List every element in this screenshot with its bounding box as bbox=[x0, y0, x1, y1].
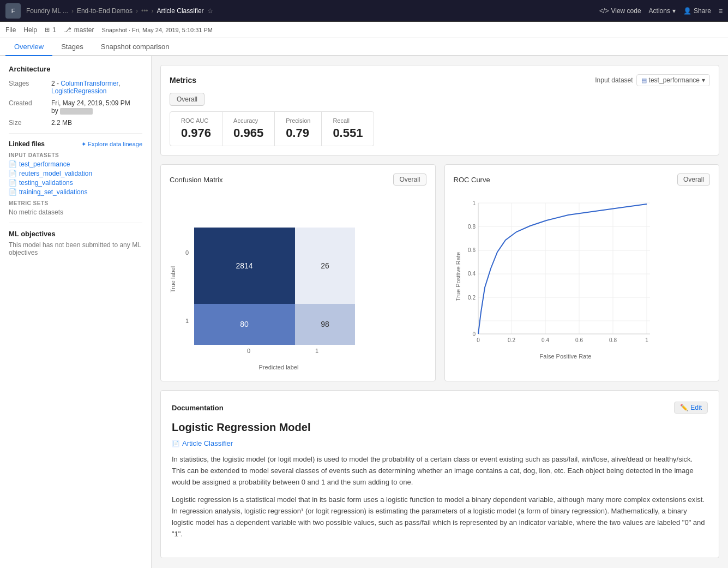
sidebar: Architecture Stages 2 - ColumnTransforme… bbox=[0, 56, 152, 568]
dataset-test-performance[interactable]: 📄 test_performance bbox=[9, 160, 142, 168]
svg-text:80: 80 bbox=[240, 320, 249, 328]
code-icon: </> bbox=[599, 7, 609, 15]
confusion-matrix-overall: Overall bbox=[393, 174, 426, 186]
confusion-matrix-card: Confusion Matrix Overall True label Pred… bbox=[160, 164, 436, 381]
star-icon[interactable]: ☆ bbox=[207, 7, 213, 15]
lineage-icon: ✦ bbox=[81, 141, 86, 148]
doc-article-link[interactable]: 📄 Article Classifier bbox=[172, 439, 708, 447]
architecture-title: Architecture bbox=[9, 65, 142, 73]
svg-text:0: 0 bbox=[247, 348, 250, 354]
hamburger-icon: ≡ bbox=[719, 7, 723, 15]
confusion-matrix-title: Confusion Matrix bbox=[170, 176, 223, 184]
documentation-card: Documentation ✏️ Edit Logistic Regressio… bbox=[160, 390, 719, 558]
size-row: Size 2.2 MB bbox=[9, 119, 142, 127]
main-layout: Architecture Stages 2 - ColumnTransforme… bbox=[0, 56, 728, 568]
svg-text:0: 0 bbox=[477, 337, 480, 343]
input-dataset-selector: Input dataset ▤ test_performance ▾ bbox=[595, 74, 710, 86]
created-label: Created bbox=[9, 99, 47, 115]
dataset-reuters-validation[interactable]: 📄 reuters_model_validation bbox=[9, 170, 142, 177]
svg-text:0.4: 0.4 bbox=[542, 337, 549, 343]
svg-text:1: 1 bbox=[315, 348, 318, 354]
file-bar: File Help ⊞ 1 ⎇ master Snapshot · Fri, M… bbox=[0, 22, 728, 38]
confusion-matrix-svg: True label Predicted label 0 1 0 1 2814 bbox=[170, 192, 371, 372]
breadcrumb-current: Article Classifier bbox=[157, 7, 204, 15]
dataset-icon-1: 📄 bbox=[9, 160, 16, 168]
edit-icon: ✏️ bbox=[680, 404, 688, 411]
linked-files-header: Linked files ✦ Explore data lineage bbox=[9, 140, 142, 148]
tab-stages[interactable]: Stages bbox=[52, 38, 92, 56]
svg-text:0.8: 0.8 bbox=[609, 337, 617, 343]
tab-overview[interactable]: Overview bbox=[5, 38, 52, 56]
roc-curve-line bbox=[478, 204, 647, 334]
dataset-training-validations[interactable]: 📄 training_set_validations bbox=[9, 188, 142, 196]
help-menu[interactable]: Help bbox=[23, 26, 37, 34]
metrics-box: ROC AUC 0.976 Accuracy 0.965 Precision 0… bbox=[170, 111, 374, 146]
metrics-card-header: Metrics Input dataset ▤ test_performance… bbox=[170, 74, 710, 86]
view-code-button[interactable]: </> View code bbox=[599, 7, 641, 15]
breadcrumb-foundry[interactable]: Foundry ML ... bbox=[26, 7, 68, 15]
svg-text:0.4: 0.4 bbox=[468, 271, 476, 277]
git-icon: ⎇ bbox=[64, 26, 71, 34]
dataset-testing-validations[interactable]: 📄 testing_validations bbox=[9, 179, 142, 187]
input-datasets-subtitle: INPUT DATASETS bbox=[9, 152, 142, 158]
overall-tab: Overall bbox=[170, 93, 204, 106]
stages-label: Stages bbox=[9, 80, 47, 95]
svg-text:1: 1 bbox=[185, 318, 189, 324]
roc-curve-container: True Positive Rate False Positive Rate bbox=[454, 192, 711, 363]
stages-row: Stages 2 - ColumnTransformer, LogisticRe… bbox=[9, 80, 142, 95]
svg-text:True Positive Rate: True Positive Rate bbox=[455, 252, 461, 301]
breadcrumb-sep2: › bbox=[136, 7, 138, 15]
column-transformer-link[interactable]: ColumnTransformer bbox=[61, 80, 118, 87]
logistic-regression-link[interactable]: LogisticRegression bbox=[51, 87, 106, 95]
by-label: by bbox=[51, 107, 58, 115]
svg-text:0: 0 bbox=[472, 331, 476, 337]
branch-count-icon: ⊞ bbox=[45, 26, 50, 33]
tab-snapshot-comparison[interactable]: Snapshot comparison bbox=[92, 38, 178, 56]
roc-curve-svg: True Positive Rate False Positive Rate bbox=[454, 192, 661, 361]
svg-text:False Positive Rate: False Positive Rate bbox=[539, 353, 591, 360]
breadcrumb-sep1: › bbox=[71, 7, 74, 15]
ml-objectives-title: ML objectives bbox=[9, 230, 142, 238]
edit-button[interactable]: ✏️ Edit bbox=[674, 402, 708, 414]
version-control: ⎇ master bbox=[64, 26, 94, 34]
share-button[interactable]: 👤 Share bbox=[683, 7, 711, 15]
svg-text:1: 1 bbox=[472, 200, 476, 206]
breadcrumb-dots: ••• bbox=[141, 7, 148, 15]
dataset-icon-4: 📄 bbox=[9, 188, 16, 196]
documentation-section-title: Documentation bbox=[172, 404, 224, 412]
hamburger-menu-button[interactable]: ≡ bbox=[719, 7, 723, 15]
tabs-bar: Overview Stages Snapshot comparison bbox=[0, 38, 728, 56]
sidebar-divider-2 bbox=[9, 223, 142, 223]
doc-paragraph-1: In statistics, the logistic model (or lo… bbox=[172, 454, 708, 488]
branch-count: 1 bbox=[52, 26, 56, 34]
breadcrumb: Foundry ML ... › End-to-End Demos › ••• … bbox=[26, 7, 599, 15]
dataset-badge[interactable]: ▤ test_performance ▾ bbox=[636, 74, 710, 86]
breadcrumb-sep3: › bbox=[152, 7, 154, 15]
app-icon: F bbox=[5, 3, 21, 19]
svg-text:0.8: 0.8 bbox=[468, 224, 476, 230]
file-menu[interactable]: File bbox=[5, 26, 16, 34]
chevron-down-icon: ▾ bbox=[672, 7, 676, 15]
snapshot-info[interactable]: Snapshot · Fri, May 24, 2019, 5:10:31 PM bbox=[101, 27, 213, 33]
created-date: Fri, May 24, 2019, 5:09 PM bbox=[51, 99, 130, 107]
no-metric-text: No metric datasets bbox=[9, 208, 142, 216]
breadcrumb-demos[interactable]: End-to-End Demos bbox=[77, 7, 133, 15]
doc-paragraph-2: Logistic regression is a statistical mod… bbox=[172, 494, 708, 540]
doc-link-icon: 📄 bbox=[172, 440, 179, 447]
svg-text:0.2: 0.2 bbox=[508, 337, 515, 343]
top-nav-actions: </> View code Actions ▾ 👤 Share ≡ bbox=[599, 7, 723, 15]
charts-row: Confusion Matrix Overall True label Pred… bbox=[160, 164, 719, 381]
svg-text:2814: 2814 bbox=[236, 261, 252, 270]
roc-curve-card: ROC Curve Overall True Positive Rate Fal… bbox=[444, 164, 720, 381]
author-name bbox=[60, 108, 93, 115]
main-content: Metrics Input dataset ▤ test_performance… bbox=[152, 56, 728, 568]
explore-lineage-button[interactable]: ✦ Explore data lineage bbox=[81, 141, 142, 148]
size-value: 2.2 MB bbox=[51, 119, 72, 127]
actions-button[interactable]: Actions ▾ bbox=[649, 7, 676, 15]
file-bar-left: File Help ⊞ 1 ⎇ master Snapshot · Fri, M… bbox=[5, 26, 213, 34]
branch-name: master bbox=[74, 26, 94, 34]
confusion-matrix-container: True label Predicted label 0 1 0 1 2814 bbox=[170, 192, 426, 372]
roc-curve-title: ROC Curve bbox=[454, 176, 490, 184]
svg-text:1: 1 bbox=[645, 337, 648, 343]
stages-value: 2 - ColumnTransformer, LogisticRegressio… bbox=[51, 80, 142, 95]
